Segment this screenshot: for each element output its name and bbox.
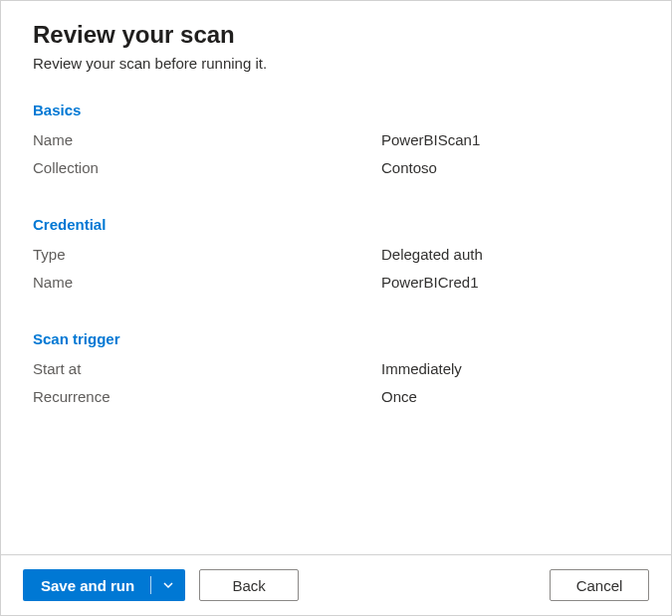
section-heading-basics: Basics: [33, 102, 639, 118]
label-basics-name: Name: [33, 126, 381, 154]
save-and-run-menu-button[interactable]: [151, 569, 185, 601]
cancel-button[interactable]: Cancel: [550, 569, 649, 601]
save-and-run-button[interactable]: Save and run: [23, 569, 150, 601]
panel-footer: Save and run Back Cancel: [1, 554, 671, 615]
value-trigger-recurrence: Once: [381, 383, 417, 411]
chevron-down-icon: [162, 579, 174, 591]
value-basics-collection: Contoso: [381, 154, 437, 182]
panel-content: Review your scan Review your scan before…: [1, 1, 671, 554]
label-basics-collection: Collection: [33, 154, 381, 182]
section-heading-scan-trigger: Scan trigger: [33, 330, 639, 347]
row-basics-name: Name PowerBIScan1: [33, 126, 639, 154]
row-credential-type: Type Delegated auth: [33, 241, 639, 269]
value-trigger-start: Immediately: [381, 355, 462, 383]
value-credential-name: PowerBICred1: [381, 269, 479, 297]
page-title: Review your scan: [33, 21, 639, 49]
row-trigger-recurrence: Recurrence Once: [33, 383, 639, 411]
section-heading-credential: Credential: [33, 216, 639, 233]
row-trigger-start: Start at Immediately: [33, 355, 639, 383]
value-credential-type: Delegated auth: [381, 241, 483, 269]
label-trigger-start: Start at: [33, 355, 381, 383]
review-scan-panel: Review your scan Review your scan before…: [0, 0, 672, 616]
save-and-run-split-button: Save and run: [23, 569, 185, 601]
row-basics-collection: Collection Contoso: [33, 154, 639, 182]
label-trigger-recurrence: Recurrence: [33, 383, 381, 411]
value-basics-name: PowerBIScan1: [381, 126, 480, 154]
row-credential-name: Name PowerBICred1: [33, 269, 639, 297]
label-credential-name: Name: [33, 269, 381, 297]
label-credential-type: Type: [33, 241, 381, 269]
page-subtitle: Review your scan before running it.: [33, 55, 639, 72]
back-button[interactable]: Back: [199, 569, 299, 601]
